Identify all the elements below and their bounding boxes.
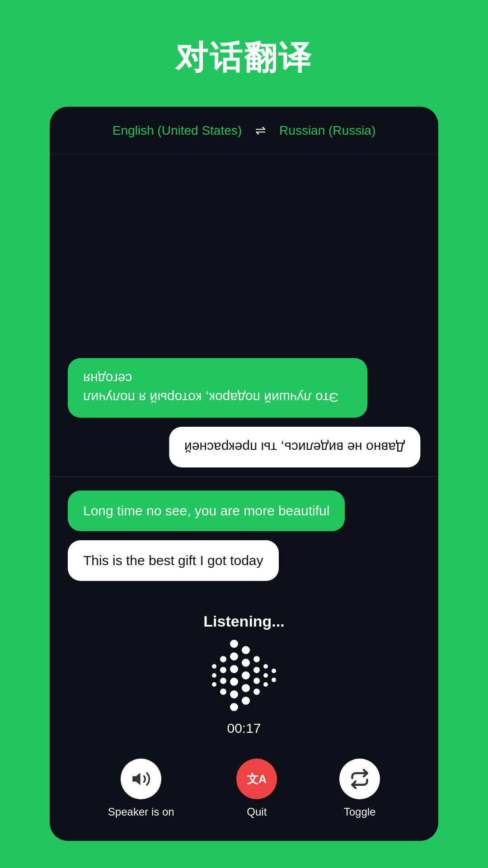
wave-dot — [220, 678, 226, 684]
svg-text:文A: 文A — [247, 772, 267, 785]
wave-dot — [220, 667, 226, 673]
speaker-button[interactable]: Speaker is on — [108, 759, 174, 818]
wave-dot — [263, 664, 268, 669]
waveform — [212, 639, 276, 712]
chat-area: Это лучший подарок, который я получил се… — [50, 155, 438, 604]
toggle-icon — [350, 769, 370, 789]
wave-dot — [242, 697, 250, 705]
translate-icon: 文A — [247, 769, 267, 789]
wave-dot — [242, 684, 250, 692]
wave-dot — [242, 659, 250, 667]
wave-dot — [212, 682, 216, 687]
wave-dot — [253, 656, 260, 662]
wave-dot — [272, 669, 276, 673]
speaker-icon-circle[interactable] — [121, 759, 161, 799]
wave-col-2 — [220, 656, 226, 695]
wave-dot — [242, 671, 250, 679]
wave-dot — [230, 652, 238, 660]
wave-dot — [253, 667, 260, 673]
upper-chat: Это лучший подарок, который я получил се… — [68, 168, 420, 476]
svg-marker-0 — [133, 773, 141, 785]
wave-col-6 — [263, 664, 268, 687]
listening-area: Listening... — [50, 604, 438, 750]
language-bar: English (United States) ⇌ Russian (Russi… — [50, 107, 438, 155]
wave-dot — [220, 689, 226, 695]
speaker-icon — [131, 769, 151, 789]
swap-icon[interactable]: ⇌ — [255, 123, 266, 138]
bottom-bar: Speaker is on 文A Quit Toggle — [50, 750, 438, 841]
wave-col-5 — [253, 656, 260, 695]
toggle-label: Toggle — [344, 806, 376, 818]
lower-chat: Long time no see, you are more beautiful… — [68, 477, 420, 590]
wave-dot — [253, 689, 260, 695]
wave-dot — [230, 678, 238, 686]
page-title: 对话翻译 — [175, 36, 313, 80]
listening-label: Listening... — [203, 613, 284, 630]
chat-bubble-english-2: This is the best gift I got today — [68, 540, 279, 581]
source-language[interactable]: English (United States) — [113, 123, 242, 138]
timer: 00:17 — [227, 721, 261, 736]
wave-dot — [230, 665, 238, 673]
quit-button[interactable]: 文A Quit — [236, 759, 277, 818]
wave-col-1 — [212, 664, 216, 687]
wave-dot — [230, 703, 238, 711]
wave-dot — [212, 664, 216, 669]
target-language[interactable]: Russian (Russia) — [279, 123, 375, 138]
chat-bubble-russian-2: Давно не виделись, ты прекрасней — [169, 427, 420, 467]
speaker-label: Speaker is on — [108, 806, 174, 818]
wave-dot — [242, 646, 250, 654]
wave-dot — [230, 640, 238, 648]
wave-col-7 — [272, 669, 276, 682]
wave-dot — [220, 656, 226, 662]
quit-icon-circle[interactable]: 文A — [236, 759, 277, 799]
toggle-button[interactable]: Toggle — [339, 759, 380, 818]
wave-dot — [263, 682, 268, 687]
wave-col-4 — [242, 646, 250, 705]
wave-dot — [230, 690, 238, 698]
wave-dot — [212, 673, 216, 678]
toggle-icon-circle[interactable] — [339, 759, 380, 799]
quit-label: Quit — [247, 806, 267, 818]
wave-dot — [253, 678, 260, 684]
wave-dot — [263, 673, 268, 678]
wave-dot — [272, 678, 276, 682]
translator-card: English (United States) ⇌ Russian (Russi… — [50, 107, 438, 841]
chat-bubble-russian-1: Это лучший подарок, который я получил се… — [68, 358, 367, 418]
chat-bubble-english-1: Long time no see, you are more beautiful — [68, 491, 345, 531]
wave-col-3 — [230, 640, 238, 711]
